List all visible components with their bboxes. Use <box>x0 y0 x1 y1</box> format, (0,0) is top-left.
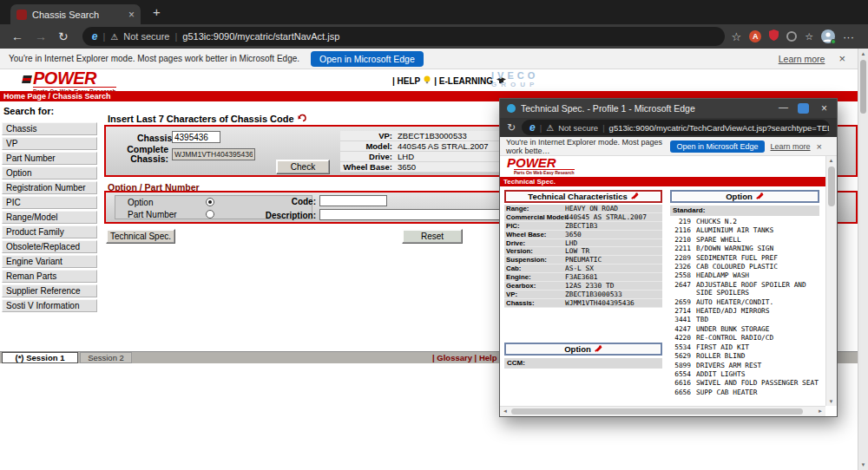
chassis-code-arrow-icon[interactable] <box>298 114 307 124</box>
iveco-logo-line1: IVECO <box>491 70 538 81</box>
forward-icon[interactable]: → <box>35 29 47 43</box>
tab-favicon-icon <box>16 10 27 20</box>
favorites-star-icon[interactable]: ☆ <box>731 31 741 42</box>
session-1-tab[interactable]: (*) Session 1 <box>2 352 78 363</box>
refresh-icon[interactable]: ↻ <box>58 29 69 43</box>
session-2-tab[interactable]: Session 2 <box>80 352 132 363</box>
open-in-edge-button[interactable]: Open in Microsoft Edge <box>311 51 424 67</box>
footer-links[interactable]: | Glossary | Help P <box>432 353 504 362</box>
address-bar[interactable]: e | ⚠ Not secure | g513ic:9090/mycatric/… <box>82 27 725 46</box>
option-row: 5534 FIRST AID KIT <box>670 343 819 351</box>
sidebar-item[interactable]: Sosti V Information <box>2 299 97 312</box>
back-icon[interactable]: ← <box>11 29 23 43</box>
extension-icon[interactable] <box>786 31 797 42</box>
description-input[interactable] <box>319 209 505 220</box>
popup-open-in-edge-button[interactable]: Open in Microsoft Edge <box>670 140 764 153</box>
description-label: Description: <box>259 211 316 220</box>
popup-scroll-up-icon[interactable]: ▲ <box>826 158 836 163</box>
sidebar-item[interactable]: PIC <box>2 196 97 209</box>
new-tab-button[interactable]: + <box>153 4 161 19</box>
popup-learn-more-link[interactable]: Learn more <box>771 142 811 151</box>
popup-scroll-down-icon[interactable]: ▼ <box>826 399 836 404</box>
shield-extension-icon[interactable] <box>769 29 779 44</box>
option-row: 2326 CAB COLOURED PLASTIC <box>670 263 819 271</box>
sidebar-item[interactable]: Reman Parts <box>2 270 97 283</box>
option-radio[interactable] <box>206 198 214 206</box>
sidebar-item[interactable]: VP <box>2 137 97 150</box>
option-code: 5899 <box>670 362 691 369</box>
popup-close-icon[interactable]: × <box>821 102 827 114</box>
help-icon <box>424 75 431 86</box>
search-sidebar: Search for: Chassis VP Part Number Optio… <box>2 106 97 314</box>
sidebar-item[interactable]: Option <box>2 166 97 180</box>
popup-page: POWER Parts On Web Easy Research Technic… <box>500 156 837 416</box>
browser-tab[interactable]: Chassis Search × <box>10 4 141 24</box>
option-row: 6616 SWIVEL AND FOLD PASSENGER SEAT <box>670 379 819 387</box>
sidebar-item[interactable]: Range/Model <box>2 211 97 224</box>
learn-more-link[interactable]: Learn more <box>779 54 825 64</box>
tech-row: Version: LOW TR <box>504 247 662 256</box>
tech-row-value: 12AS 2330 TD <box>565 282 614 290</box>
option-description: SUPP CAB HEATER <box>691 388 757 396</box>
option-code: 6656 <box>670 388 691 396</box>
popup-power-logo: POWER Parts On Web Easy Research <box>507 157 575 175</box>
model-label: Model: <box>340 141 398 151</box>
tech-row: PIC: ZBECT1B3 <box>504 222 662 231</box>
elearning-link[interactable]: | E-LEARNING <box>434 76 493 86</box>
option-left-panel: Option <box>504 343 662 356</box>
scrollbar-thumb[interactable] <box>860 60 866 114</box>
popup-banner-close-icon[interactable]: × <box>817 141 822 152</box>
popup-hscrollbar-thumb[interactable] <box>511 408 803 415</box>
power-logo-text: POWER <box>33 70 96 87</box>
collections-icon[interactable]: ☆ <box>805 31 813 42</box>
code-label: Code: <box>259 197 316 206</box>
sidebar-item[interactable]: Product Family <box>2 225 97 238</box>
profile-avatar[interactable] <box>821 29 835 43</box>
help-link[interactable]: | HELP <box>392 76 420 86</box>
url-text[interactable]: g513ic:9090/mycatric/startNavAct.jsp <box>182 31 339 42</box>
technical-spec-button[interactable]: Technical Spec. <box>106 229 175 244</box>
sidebar-item[interactable]: Part Number <box>2 152 97 165</box>
popup-title: Technical Spec. - Profile 1 - Microsoft … <box>521 103 695 114</box>
popup-title-bar[interactable]: Technical Spec. - Profile 1 - Microsoft … <box>500 99 837 118</box>
popup-address-bar[interactable]: e | ⚠ Not secure | g513ic:9090/mycatric/… <box>522 120 830 135</box>
popup-minimize-icon[interactable]: — <box>779 101 788 112</box>
reset-button[interactable]: Reset <box>402 229 463 244</box>
banner-close-icon[interactable]: × <box>838 52 845 65</box>
check-button[interactable]: Check <box>276 160 330 174</box>
sidebar-item[interactable]: Obsolete/Replaced <box>2 240 97 253</box>
chassis-input[interactable] <box>172 131 220 143</box>
complete-chassis-input[interactable] <box>172 148 255 160</box>
popup-vertical-scrollbar[interactable]: ▲ ▼ <box>825 156 837 406</box>
scroll-down-icon[interactable]: ▼ <box>858 462 868 467</box>
tab-close-icon[interactable]: × <box>128 10 135 20</box>
sidebar-item[interactable]: Registration Number <box>2 181 97 194</box>
not-secure-label[interactable]: Not secure <box>123 31 169 42</box>
tech-row-value: ZBECT1B3000533 <box>565 290 622 298</box>
sidebar-item[interactable]: Chassis <box>2 122 97 135</box>
tech-row: Chassis: WJMM1VTH404395436 <box>504 299 662 308</box>
ie-banner-text: You're in Internet Explorer mode. Most p… <box>9 54 299 63</box>
tech-row-label: VP: <box>504 290 565 298</box>
code-input[interactable] <box>319 195 387 206</box>
scroll-up-icon[interactable]: ▲ <box>858 51 868 56</box>
option-description: SPARE WHELL <box>691 236 741 244</box>
popup-scroll-right-icon[interactable]: ► <box>818 408 823 414</box>
technical-characteristics-panel: Technical Characteristics Range: HEAVY O… <box>504 190 662 308</box>
popup-scroll-left-icon[interactable]: ◄ <box>503 408 508 414</box>
popup-not-secure-label[interactable]: Not secure <box>558 123 598 133</box>
popup-scrollbar-thumb[interactable] <box>828 166 835 206</box>
option-row: 6554 ADDIT LIGHTS <box>670 370 819 378</box>
sidebar-item[interactable]: Supplier Reference <box>2 284 97 297</box>
main-vertical-scrollbar[interactable]: ▲ ▼ <box>858 49 868 470</box>
tech-row-label: Chassis: <box>504 299 565 307</box>
settings-menu-icon[interactable]: ··· <box>843 31 854 42</box>
popup-url-text[interactable]: g513ic:9090/mycatric/TechCardViewAct.jsp… <box>609 123 830 133</box>
part-number-radio[interactable] <box>206 210 214 219</box>
popup-window-icon <box>507 104 516 113</box>
adblock-extension-icon[interactable]: A <box>749 30 761 42</box>
popup-maximize-icon[interactable] <box>798 103 809 114</box>
popup-refresh-icon[interactable]: ↻ <box>507 121 516 134</box>
popup-horizontal-scrollbar[interactable]: ◄ ► <box>500 406 825 416</box>
sidebar-item[interactable]: Engine Variant <box>2 255 97 268</box>
